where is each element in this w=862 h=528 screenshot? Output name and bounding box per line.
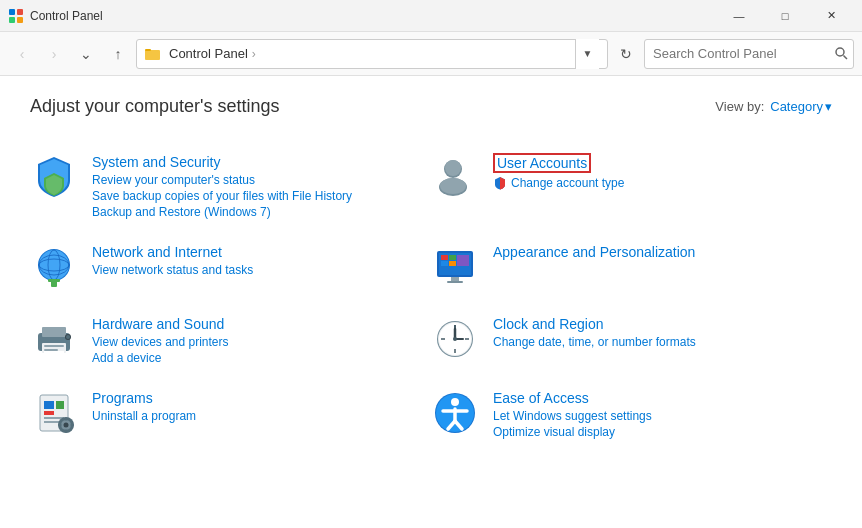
system-security-link-1[interactable]: Review your computer's status (92, 173, 431, 187)
back-button[interactable]: ‹ (8, 40, 36, 68)
refresh-button[interactable]: ↻ (612, 40, 640, 68)
svg-rect-25 (449, 261, 456, 266)
clock-region-title[interactable]: Clock and Region (493, 316, 604, 332)
svg-rect-19 (51, 281, 57, 287)
hardware-sound-link-1[interactable]: View devices and printers (92, 335, 431, 349)
ease-of-access-title[interactable]: Ease of Access (493, 390, 589, 406)
ease-of-access-link-1[interactable]: Let Windows suggest settings (493, 409, 832, 423)
programs-icon (30, 389, 78, 437)
svg-rect-59 (59, 424, 62, 427)
page-header: Adjust your computer's settings View by:… (30, 96, 832, 117)
svg-point-63 (451, 398, 459, 406)
breadcrumb-separator: › (252, 47, 256, 61)
up-button[interactable]: ↑ (104, 40, 132, 68)
svg-rect-50 (56, 401, 64, 409)
appearance-title[interactable]: Appearance and Personalization (493, 244, 695, 260)
system-security-text: System and Security Review your computer… (92, 153, 431, 219)
hardware-sound-link-2[interactable]: Add a device (92, 351, 431, 365)
recent-locations-button[interactable]: ⌄ (72, 40, 100, 68)
address-field[interactable]: Control Panel › ▼ (136, 39, 608, 69)
system-security-link-3[interactable]: Backup and Restore (Windows 7) (92, 205, 431, 219)
programs-link-1[interactable]: Uninstall a program (92, 409, 431, 423)
svg-rect-23 (449, 255, 456, 260)
appearance-text: Appearance and Personalization (493, 243, 832, 261)
app-icon (8, 8, 24, 24)
search-button[interactable] (829, 39, 853, 69)
svg-line-8 (843, 56, 847, 60)
svg-rect-0 (9, 9, 15, 15)
svg-rect-52 (44, 417, 64, 419)
hardware-sound-icon (30, 315, 78, 363)
breadcrumb-text: Control Panel (169, 46, 248, 61)
svg-rect-27 (451, 277, 459, 281)
svg-rect-6 (145, 49, 151, 51)
svg-rect-58 (65, 430, 68, 433)
network-internet-icon (30, 243, 78, 291)
svg-point-46 (453, 337, 457, 341)
svg-point-11 (445, 160, 461, 176)
main-content: Adjust your computer's settings View by:… (0, 76, 862, 528)
clock-region-link-1[interactable]: Change date, time, or number formats (493, 335, 832, 349)
title-bar: Control Panel — □ ✕ (0, 0, 862, 32)
breadcrumb: Control Panel › (145, 46, 575, 61)
category-hardware-sound: Hardware and Sound View devices and prin… (30, 303, 431, 377)
category-clock-region: Clock and Region Change date, time, or n… (431, 303, 832, 377)
hardware-sound-title[interactable]: Hardware and Sound (92, 316, 224, 332)
minimize-button[interactable]: — (716, 0, 762, 32)
ease-of-access-link-2[interactable]: Optimize visual display (493, 425, 832, 439)
clock-region-icon (431, 315, 479, 363)
network-internet-link-1[interactable]: View network status and tasks (92, 263, 431, 277)
category-appearance: Appearance and Personalization (431, 231, 832, 303)
system-security-icon (30, 153, 78, 201)
address-dropdown-button[interactable]: ▼ (575, 39, 599, 69)
svg-point-56 (64, 423, 69, 428)
address-bar: ‹ › ⌄ ↑ Control Panel › ▼ ↻ (0, 32, 862, 76)
programs-text: Programs Uninstall a program (92, 389, 431, 423)
network-internet-title[interactable]: Network and Internet (92, 244, 222, 260)
svg-rect-24 (441, 261, 448, 266)
category-ease-of-access: Ease of Access Let Windows suggest setti… (431, 377, 832, 451)
appearance-icon (431, 243, 479, 291)
forward-button[interactable]: › (40, 40, 68, 68)
svg-rect-60 (71, 424, 74, 427)
svg-rect-34 (44, 351, 64, 357)
svg-rect-33 (44, 349, 58, 351)
category-user-accounts: User Accounts Change account type (431, 141, 832, 231)
svg-point-12 (440, 178, 466, 194)
hardware-sound-text: Hardware and Sound View devices and prin… (92, 315, 431, 365)
user-accounts-link-1[interactable]: Change account type (511, 176, 624, 190)
network-internet-text: Network and Internet View network status… (92, 243, 431, 277)
search-input[interactable] (645, 40, 829, 68)
system-security-title[interactable]: System and Security (92, 154, 220, 170)
svg-rect-57 (65, 418, 68, 421)
svg-point-36 (66, 335, 70, 339)
clock-region-text: Clock and Region Change date, time, or n… (493, 315, 832, 349)
user-accounts-icon (431, 153, 479, 201)
svg-rect-32 (44, 345, 64, 347)
svg-point-14 (39, 250, 69, 280)
view-by: View by: Category ▾ (715, 99, 832, 114)
categories-grid: System and Security Review your computer… (30, 141, 832, 451)
category-system-security: System and Security Review your computer… (30, 141, 431, 231)
page-title: Adjust your computer's settings (30, 96, 280, 117)
view-by-dropdown[interactable]: Category ▾ (770, 99, 832, 114)
svg-rect-22 (441, 255, 448, 260)
svg-point-7 (836, 48, 844, 56)
svg-rect-28 (447, 281, 463, 283)
category-programs: Programs Uninstall a program (30, 377, 431, 451)
search-box[interactable] (644, 39, 854, 69)
ease-of-access-icon (431, 389, 479, 437)
maximize-button[interactable]: □ (762, 0, 808, 32)
system-security-link-2[interactable]: Save backup copies of your files with Fi… (92, 189, 431, 203)
window-title: Control Panel (30, 9, 716, 23)
svg-rect-49 (44, 401, 54, 409)
view-by-label: View by: (715, 99, 764, 114)
svg-rect-30 (42, 327, 66, 337)
user-accounts-title[interactable]: User Accounts (493, 153, 591, 173)
svg-rect-51 (44, 411, 54, 415)
svg-rect-53 (44, 421, 60, 423)
close-button[interactable]: ✕ (808, 0, 854, 32)
svg-rect-2 (9, 17, 15, 23)
programs-title[interactable]: Programs (92, 390, 153, 406)
ease-of-access-text: Ease of Access Let Windows suggest setti… (493, 389, 832, 439)
